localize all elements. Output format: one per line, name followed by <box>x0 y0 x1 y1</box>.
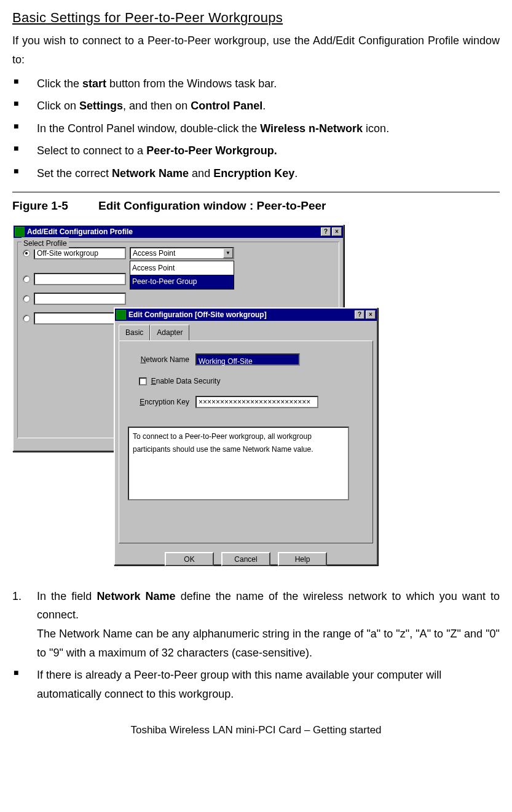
tab-strip: Basic Adapter <box>119 325 373 341</box>
edit-configuration-dialog: Edit Configuration [Off-Site workgroup] … <box>114 307 378 566</box>
network-name-input[interactable]: Working Off-Site <box>195 353 300 366</box>
enable-security-label: Enable Data Security <box>149 377 220 385</box>
window-title: Add/Edit Configuration Profile <box>27 226 320 238</box>
profile-name-input[interactable] <box>34 312 126 325</box>
profile-name-input[interactable] <box>34 293 126 305</box>
group-legend: Select Profile <box>22 237 69 250</box>
enable-security-checkbox[interactable] <box>139 377 147 385</box>
list-item: Click the start button from the Windows … <box>12 74 500 93</box>
encryption-key-input[interactable] <box>195 396 318 408</box>
list-item: In the Control Panel window, double-clic… <box>12 119 500 138</box>
titlebar[interactable]: Add/Edit Configuration Profile ? × <box>14 226 343 238</box>
dropdown-list: Access Point Peer-to-Peer Group <box>130 261 234 290</box>
footer-text: Toshiba Wireless LAN mini-PCI Card – Get… <box>12 722 500 739</box>
window-title: Edit Configuration [Off-Site workgroup] <box>128 309 353 321</box>
button-row: OK Cancel Help <box>115 547 377 571</box>
profile-name-input[interactable] <box>34 273 126 285</box>
intro-text: If you wish to connect to a Peer-to-Peer… <box>12 31 500 69</box>
close-button[interactable]: × <box>332 227 342 236</box>
radio-button[interactable] <box>23 295 30 302</box>
dropdown-option[interactable]: Peer-to-Peer Group <box>130 275 234 288</box>
numbered-list: 1. In the field Network Name define the … <box>12 587 500 662</box>
section-heading: Basic Settings for Peer-to-Peer Workgrou… <box>12 6 500 29</box>
close-button[interactable]: × <box>366 310 376 319</box>
list-item: Set the correct Network Name and Encrypt… <box>12 164 500 183</box>
app-icon <box>116 310 126 320</box>
info-message: To connect to a Peer-to-Peer workgroup, … <box>128 427 349 500</box>
network-name-label: Network Name <box>128 353 189 366</box>
bullet-list: If there is already a Peer-to-Peer group… <box>12 666 500 703</box>
screenshot-area: Add/Edit Configuration Profile ? × Selec… <box>12 224 381 569</box>
network-type-dropdown[interactable]: Access Point ▼ Access Point Peer-to-Peer… <box>130 247 234 259</box>
list-item: Click on Settings, and then on Control P… <box>12 97 500 116</box>
titlebar[interactable]: Edit Configuration [Off-Site workgroup] … <box>115 309 377 321</box>
tab-panel: Network Name Working Off-Site Enable Dat… <box>119 341 373 543</box>
divider <box>12 192 500 192</box>
radio-button[interactable] <box>23 315 30 322</box>
radio-button[interactable] <box>23 250 30 257</box>
list-item: If there is already a Peer-to-Peer group… <box>12 666 500 703</box>
dropdown-option[interactable]: Access Point <box>130 261 234 275</box>
help-button[interactable]: Help <box>278 552 327 566</box>
chevron-down-icon[interactable]: ▼ <box>223 248 233 258</box>
bullet-list: Click the start button from the Windows … <box>12 74 500 183</box>
app-icon <box>15 227 25 237</box>
help-button[interactable]: ? <box>355 310 364 319</box>
figure-caption: Figure 1-5Edit Configuration window : Pe… <box>12 196 500 216</box>
cancel-button[interactable]: Cancel <box>221 552 270 566</box>
help-button[interactable]: ? <box>321 227 331 236</box>
encryption-key-label: Encryption Key <box>128 396 189 408</box>
list-item: Select to connect to a Peer-to-Peer Work… <box>12 141 500 160</box>
list-item: 1. In the field Network Name define the … <box>12 587 500 662</box>
ok-button[interactable]: OK <box>165 552 214 566</box>
radio-button[interactable] <box>23 275 30 283</box>
tab-adapter[interactable]: Adapter <box>150 325 189 341</box>
tab-basic[interactable]: Basic <box>119 325 150 341</box>
